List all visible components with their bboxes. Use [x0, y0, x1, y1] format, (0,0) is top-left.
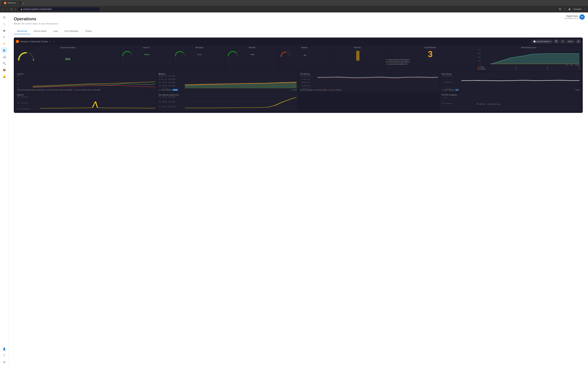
charts-second-row: Load 1m 3 2 1 0	[16, 72, 581, 92]
metric-current-connections: Current Connections N/A	[16, 45, 120, 71]
svg-text:9.31 GiB: 9.31 GiB	[158, 97, 175, 98]
chart-disk-io: Disk IO s 0.150 0.100 0.0500 21:00	[16, 93, 156, 111]
search-button[interactable]: 🔍	[554, 40, 559, 43]
grafana-logo: 🔥	[16, 40, 19, 43]
camera-off-icon: 📷	[559, 8, 561, 10]
tab-favicon: E	[4, 2, 6, 4]
load-legend: 10.0.0.183:9100 10.0.0.201:9100 10.0.0.2…	[17, 89, 155, 91]
bookmark-icon[interactable]: ☆	[564, 8, 566, 10]
sidebar-item-deploy[interactable]: ⚡	[1, 41, 7, 47]
svg-text:0.100: 0.100	[17, 102, 28, 104]
connections-value: N/A	[17, 58, 119, 61]
legend-pending-max: 6	[547, 68, 548, 70]
sidebar-item-user[interactable]: 👤	[1, 346, 7, 352]
display-button[interactable]: 🖥	[576, 40, 581, 43]
mem-label-1: 10.0.0.183:9100	[161, 89, 172, 91]
sidebar-item-packages[interactable]: 📦	[1, 67, 7, 73]
chart-load-title: Load 1m	[17, 73, 155, 75]
sidebar-item-search[interactable]: 🔍	[1, 60, 7, 66]
chevron-down-icon: ▾	[550, 41, 551, 43]
grafana-dashboard: 🔥 General / Kubernetes Cluster ☆ ⤢ 🕐 Las…	[14, 38, 583, 113]
dashboard-title: General / Kubernetes Cluster	[20, 40, 48, 43]
pod-rest-bar	[356, 51, 359, 61]
tab-service-mesh[interactable]: Service Mesh	[30, 28, 50, 34]
tab-tickets[interactable]: Tickets	[82, 28, 95, 34]
user-email: tkaza@vivsoft.io	[565, 17, 578, 19]
tab-monitoring[interactable]: Monitoring	[14, 28, 30, 34]
tab-cost-utilization[interactable]: Cost Utilization	[61, 28, 82, 34]
dashboard-share-icon[interactable]: ⤢	[53, 41, 55, 43]
svg-text:0.0500: 0.0500	[17, 108, 31, 110]
svg-text:40: 40	[478, 57, 481, 58]
load-label-6: 10.0.1.241:9100	[90, 89, 100, 91]
svg-text:3: 3	[17, 75, 19, 76]
load-legend-6: 10.0.1.241:9100	[87, 89, 100, 91]
metric-title-mem: Min Mem	[228, 47, 277, 49]
metrics-row: Current Connections N/A Least CP...	[16, 45, 581, 71]
active-tab[interactable]: E ENBUILD ✕	[1, 1, 22, 5]
storage-chart-svg: 100% 50% 0% 21:00 21:10 21:20	[441, 75, 579, 89]
sidebar-item-settings[interactable]: ⚙	[1, 359, 7, 365]
back-button[interactable]: ←	[2, 8, 4, 10]
load-legend-1: 10.0.0.183:9100	[17, 89, 30, 91]
sidebar-item-home[interactable]: ⌂	[1, 21, 7, 27]
header-max: max	[570, 64, 573, 66]
bar-legend-label-3: covrecdv-p-6fdcb46d6f-ovnfh...	[388, 63, 408, 65]
metric-title-pod-rest: Pod Rest...	[333, 47, 383, 49]
sidebar-item-bell[interactable]: 🔔	[1, 73, 7, 79]
chart-top5-memory: Top 5 Memory Intense Pods 9.31 GiB 6.98 …	[157, 93, 298, 111]
sidebar-item-edit[interactable]: ✏	[1, 34, 7, 40]
legend-pending-text: Pending	[480, 68, 485, 70]
more-options-icon[interactable]: ⋮	[584, 8, 586, 10]
sidebar-item-help[interactable]: ?	[1, 353, 7, 359]
cpu-label-2: 10.0.0.212:9100	[317, 89, 327, 91]
svg-text:0.500: 0.500	[441, 103, 452, 104]
refresh-button[interactable]: ↻	[561, 40, 565, 43]
chart-load-1m: Load 1m 3 2 1 0	[16, 72, 156, 92]
tab-close-button[interactable]: ✕	[17, 2, 19, 4]
address-input[interactable]: 🔒 enbuild.vivplatform.io/#/operation	[18, 7, 100, 11]
main-content: Tapasvi Kaza tkaza@vivsoft.io TK Operati…	[9, 12, 588, 367]
user-name: Tapasvi Kaza	[565, 15, 578, 17]
sidebar-item-grid[interactable]: ▦	[1, 47, 7, 53]
sidebar-item-menu[interactable]: ☰	[1, 14, 7, 20]
url-text: enbuild.vivplatform.io/#/operation	[23, 8, 52, 10]
load-legend-2: 10.0.0.201:9100	[31, 89, 44, 91]
time-range-picker[interactable]: 🕐 Last 30 minutes ▾	[532, 40, 553, 43]
running-legend-header: min max current	[478, 64, 579, 66]
sidebar: ☰ ⌂ ◉ ✏ ⚡ ▦ 📊 🔍 📦 🔔 👤 ? ⚙	[0, 12, 9, 367]
chart-disk-title: Disk IO s	[17, 94, 155, 96]
metric-title-cpu: Least CP...	[122, 47, 172, 49]
chart-memory: Memory ▾ 18.6 GiB 14.0 GiB	[157, 72, 298, 92]
sidebar-item-analytics[interactable]: 📊	[1, 54, 7, 60]
cpu-chart-area: 100% 75% 50% 25% 0% 21:00 21:10 21:20	[300, 75, 438, 89]
memory-dropdown[interactable]: Memory ▾	[158, 73, 165, 75]
reload-button[interactable]: ↻	[10, 8, 12, 10]
metric-min-mem: Min Mem 73.8%	[226, 45, 278, 71]
metric-title-pods-restarted: Pods Restarted	[386, 47, 475, 49]
legend-failed-color	[478, 67, 479, 67]
current-tag: current	[173, 89, 178, 91]
bar-dot-3	[386, 64, 387, 64]
browser-chrome: E ENBUILD ✕ + ⋮	[0, 0, 588, 6]
home-button[interactable]: ⌂	[14, 8, 16, 10]
dashboard-star-icon[interactable]: ☆	[50, 41, 52, 43]
memory-chart-svg: 18.6 GiB 14.0 GiB 9.31 GiB 4.66 GiB 0 B …	[158, 75, 297, 89]
storage-legend-1: 10.0.0.183:9100 min	[441, 89, 459, 91]
new-tab-button[interactable]: +	[22, 2, 24, 5]
sidebar-item-discover[interactable]: ◉	[1, 27, 7, 33]
bar-legend-item-3: covrecdv-p-6fdcb46d6f-ovnfh...	[386, 63, 475, 65]
memory-label: Memory	[158, 73, 164, 75]
forward-button[interactable]: →	[6, 8, 9, 10]
metric-title-running: Pods Running Count	[478, 47, 579, 49]
load-legend-4: 10.0.0.216:9100	[59, 89, 72, 91]
memory-chart-area: 18.6 GiB 14.0 GiB 9.31 GiB 4.66 GiB 0 B …	[158, 75, 297, 89]
refresh-rate-picker[interactable]: 30s ▾	[566, 40, 575, 43]
chart-cpu-title: CPU Idle Avg	[300, 73, 438, 75]
svg-text:80: 80	[478, 50, 481, 50]
metric-pods-restarted: Pods Restarted 3 enbuild-enbuild-backend…	[385, 45, 476, 71]
load-label-3: 10.0.0.212:9100	[48, 89, 58, 91]
cpu-red-line	[318, 77, 438, 78]
bar-legend-label-2: enbuild-enbuild-mq-54bb9556dc...	[388, 61, 410, 63]
tab-logs[interactable]: Logs	[50, 28, 61, 34]
